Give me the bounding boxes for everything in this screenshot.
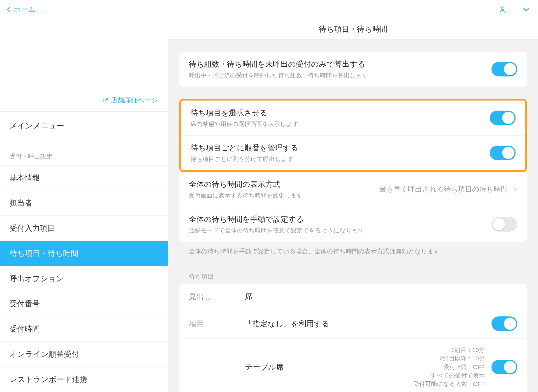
sidebar-section-label: 受付・呼出設定 bbox=[0, 140, 168, 165]
row-desc: 店舗モードで全体の待ち時間を任意で設定できるようになります bbox=[189, 227, 491, 234]
store-detail-link[interactable]: 店舗詳細ページ bbox=[103, 96, 158, 105]
store-detail-label: 店舗詳細ページ bbox=[111, 96, 158, 105]
sidebar-item[interactable]: オンライン順番受付 bbox=[0, 342, 168, 367]
row-desc: 受付画面に表示する待ち時間を変更します bbox=[189, 192, 379, 199]
row-table-seat[interactable]: テーブル席 1組目：10分2組目以降：10分受付上限：OFFすべての受付で表示受… bbox=[179, 339, 527, 392]
toggle-calc-only-uncalled[interactable] bbox=[491, 62, 517, 76]
panel-title: 待ち項目・待ち時間 bbox=[168, 19, 538, 39]
row-calc-only-uncalled: 待ち組数・待ち時間を未呼出の受付のみで算出する 呼出中・呼出済の受付を除外した待… bbox=[179, 52, 527, 87]
kv-val: テーブル席 bbox=[245, 362, 413, 372]
row-title: 待ち組数・待ち時間を未呼出の受付のみで算出する bbox=[189, 59, 491, 69]
row-desc: 呼出中・呼出済の受付を除外した待ち組数・待ち時間を算出します bbox=[189, 71, 491, 79]
kv-val: 「指定なし」を利用する bbox=[245, 319, 491, 329]
sidebar-item[interactable]: 受付番号 bbox=[0, 291, 168, 316]
note-manual-set: 全体の待ち時間を手動で設定している場合、全体の待ち時間の表示方式は無効となります bbox=[179, 247, 527, 256]
sidebar-item-label: 待ち項目・待ち時間 bbox=[10, 248, 78, 258]
chevron-down-icon[interactable] bbox=[522, 6, 530, 13]
toggle-manage-per-item[interactable] bbox=[490, 146, 516, 160]
row-title: 全体の待ち時間の表示方式 bbox=[189, 179, 379, 189]
sidebar-item[interactable]: 受付時間 bbox=[0, 316, 168, 342]
back-label: ホーム bbox=[13, 4, 36, 14]
toggle-use-none[interactable] bbox=[491, 316, 517, 331]
sidebar-item-label: 呼出オプション bbox=[10, 274, 64, 284]
sidebar: 店舗詳細ページ メインメニュー 受付・呼出設定 基本情報担当者受付入力項目待ち項… bbox=[0, 19, 168, 392]
sidebar-item-label: 受付入力項目 bbox=[10, 223, 55, 233]
toggle-table-seat[interactable] bbox=[491, 360, 517, 374]
wait-item-section-label: 待ち項目 bbox=[179, 272, 527, 284]
row-desc: 席の希望や用件の選択画面を表示します bbox=[191, 120, 490, 128]
row-title: 待ち項目を選択させる bbox=[191, 108, 490, 118]
sidebar-item-label: 受付時間 bbox=[10, 324, 40, 334]
sidebar-item-label: レストランボード連携 bbox=[10, 374, 87, 384]
top-actions bbox=[499, 6, 530, 13]
sidebar-item-main-menu[interactable]: メインメニュー bbox=[0, 112, 168, 140]
card-wait-item: 見出し 席 項目 「指定なし」を利用する テーブル席 1組目：10分2組目以降：… bbox=[179, 284, 527, 392]
toggle-select-wait-item[interactable] bbox=[490, 111, 516, 125]
sidebar-item[interactable]: 受付入力項目 bbox=[0, 216, 168, 241]
row-title: 待ち項目ごとに順番を管理する bbox=[191, 143, 490, 153]
back-button[interactable]: ホーム bbox=[6, 4, 36, 14]
card-calc: 待ち組数・待ち時間を未呼出の受付のみで算出する 呼出中・呼出済の受付を除外した待… bbox=[179, 52, 527, 87]
kv-val: 席 bbox=[245, 291, 517, 302]
row-manage-per-item: 待ち項目ごとに順番を管理する 待ち項目ごとに列を分けて呼出します bbox=[181, 136, 525, 170]
main-menu-label: メインメニュー bbox=[10, 121, 64, 131]
table-seat-meta: 1組目：10分2組目以降：10分受付上限：OFFすべての受付で表示受付可能になる… bbox=[413, 346, 485, 388]
chevron-left-icon bbox=[6, 6, 12, 13]
row-title: 全体の待ち時間を手動で設定する bbox=[189, 214, 491, 224]
toggle-manual-set[interactable] bbox=[491, 217, 517, 232]
sidebar-item[interactable]: 担当者 bbox=[0, 190, 168, 216]
sidebar-item-label: 基本情報 bbox=[10, 173, 40, 183]
sidebar-item-label: 担当者 bbox=[10, 198, 32, 208]
sidebar-item[interactable]: 基本情報 bbox=[0, 165, 168, 190]
user-icon[interactable] bbox=[499, 6, 507, 13]
sidebar-item[interactable]: レストランボード連携 bbox=[0, 367, 168, 392]
kv-key: 見出し bbox=[189, 291, 245, 302]
row-use-none: 項目 「指定なし」を利用する bbox=[179, 309, 527, 339]
top-bar: ホーム bbox=[0, 0, 538, 19]
row-select-wait-item: 待ち項目を選択させる 席の希望や用件の選択画面を表示します bbox=[181, 101, 525, 136]
external-link-icon bbox=[103, 97, 108, 103]
sidebar-item[interactable]: 待ち項目・待ち時間 bbox=[0, 241, 168, 266]
svg-point-0 bbox=[501, 7, 504, 10]
sidebar-item[interactable]: 呼出オプション bbox=[0, 266, 168, 291]
chevron-right-icon bbox=[513, 186, 517, 193]
store-block: 店舗詳細ページ bbox=[0, 19, 168, 112]
sidebar-item-label: 受付番号 bbox=[10, 299, 40, 309]
sidebar-item-label: オンライン順番受付 bbox=[10, 349, 79, 359]
row-heading[interactable]: 見出し 席 bbox=[179, 284, 527, 309]
row-manual-set: 全体の待ち時間を手動で設定する 店舗モードで全体の待ち時間を任意で設定できるよう… bbox=[179, 207, 527, 242]
kv-key: 項目 bbox=[189, 319, 245, 329]
highlight-box: 待ち項目を選択させる 席の希望や用件の選択画面を表示します 待ち項目ごとに順番を… bbox=[179, 99, 527, 172]
row-overall-display[interactable]: 全体の待ち時間の表示方式 受付画面に表示する待ち時間を変更します 最も早く呼出さ… bbox=[179, 172, 527, 207]
row-value: 最も早く呼出される待ち項目の待ち時間 bbox=[379, 185, 508, 194]
row-desc: 待ち項目ごとに列を分けて呼出します bbox=[191, 155, 490, 163]
settings-panel: 待ち項目・待ち時間 待ち組数・待ち時間を未呼出の受付のみで算出する 呼出中・呼出… bbox=[168, 19, 538, 392]
